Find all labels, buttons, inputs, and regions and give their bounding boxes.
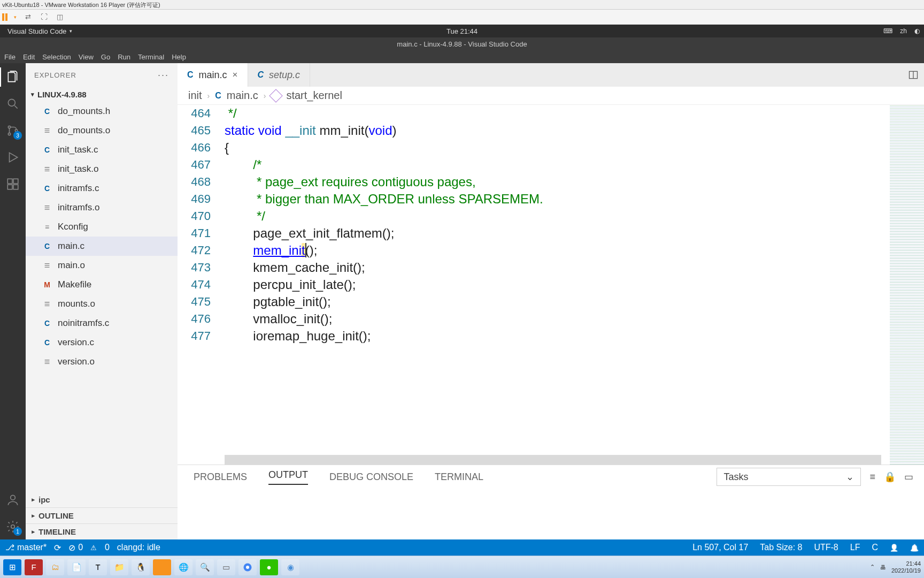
- menu-run[interactable]: Run: [118, 53, 130, 61]
- tab-size[interactable]: Tab Size: 8: [760, 543, 802, 552]
- code-line[interactable]: 473 kmem_cache_init();: [178, 259, 890, 276]
- menu-view[interactable]: View: [79, 53, 94, 61]
- file-item[interactable]: Cversion.c: [26, 333, 178, 352]
- file-item[interactable]: Cinit_task.c: [26, 140, 178, 159]
- code-line[interactable]: 470 */: [178, 208, 890, 225]
- code-editor[interactable]: 464 */465static void __init mm_init(void…: [178, 105, 924, 465]
- code-line[interactable]: 474 percpu_init_late();: [178, 276, 890, 293]
- extensions-icon[interactable]: [5, 177, 20, 192]
- pause-icon[interactable]: [2, 13, 7, 21]
- breadcrumb-part[interactable]: main.c: [227, 89, 258, 102]
- keyboard-icon[interactable]: ⌨: [883, 27, 892, 35]
- eol[interactable]: LF: [850, 543, 860, 552]
- menu-selection[interactable]: Selection: [42, 53, 71, 61]
- lock-icon[interactable]: 🔒: [884, 471, 896, 483]
- tray-up-icon[interactable]: ⌃: [870, 564, 875, 571]
- language-mode[interactable]: C: [872, 543, 878, 552]
- file-item[interactable]: ≡Kconfig: [26, 217, 178, 237]
- code-line[interactable]: 471 page_ext_init_flatmem();: [178, 225, 890, 242]
- code-line[interactable]: 468 * page_ext requires contiguous pages…: [178, 173, 890, 191]
- input-lang[interactable]: zh: [900, 27, 907, 35]
- file-item[interactable]: ≡version.o: [26, 352, 178, 371]
- code-line[interactable]: 475 pgtable_init();: [178, 293, 890, 310]
- taskbar-globe[interactable]: 🌐: [174, 559, 192, 575]
- dropdown-icon[interactable]: ▾: [14, 14, 17, 20]
- horizontal-scrollbar[interactable]: [225, 455, 881, 465]
- search-icon[interactable]: [5, 96, 20, 111]
- taskbar-vmware[interactable]: ▭: [217, 559, 235, 575]
- notifications-icon[interactable]: [910, 543, 919, 552]
- code-line[interactable]: 477 ioremap_huge_init();: [178, 328, 890, 345]
- minimap[interactable]: [890, 105, 924, 465]
- more-icon[interactable]: ···: [158, 70, 169, 81]
- code-line[interactable]: 469 * bigger than MAX_ORDER unless SPARS…: [178, 191, 890, 208]
- folder-collapsed[interactable]: ▾ ipc: [26, 491, 178, 507]
- unity-icon[interactable]: ◫: [55, 12, 65, 22]
- taskbar-folder[interactable]: 📁: [110, 559, 128, 575]
- outline-section[interactable]: ▾ OUTLINE: [26, 507, 178, 523]
- filter-icon[interactable]: ≡: [869, 471, 875, 483]
- sync-button[interactable]: [54, 543, 61, 553]
- encoding[interactable]: UTF-8: [814, 543, 838, 552]
- taskbar-file-explorer[interactable]: 🗂: [46, 559, 64, 575]
- menu-go[interactable]: Go: [101, 53, 110, 61]
- tray-printer-icon[interactable]: 🖶: [880, 564, 886, 571]
- clock[interactable]: Tue 21:44: [446, 27, 478, 35]
- taskbar-clock[interactable]: 21:44 2022/10/19: [891, 560, 921, 574]
- tab-main-c[interactable]: C main.c ×: [178, 63, 248, 87]
- problems-indicator[interactable]: 0 0: [68, 543, 110, 553]
- run-debug-icon[interactable]: [5, 150, 20, 165]
- app-name[interactable]: Visual Studio Code: [7, 27, 66, 35]
- breadcrumb[interactable]: init › C main.c › start_kernel: [178, 87, 924, 105]
- code-line[interactable]: 467 /*: [178, 156, 890, 173]
- start-button[interactable]: ⊞: [3, 559, 21, 575]
- file-item[interactable]: ≡initramfs.o: [26, 198, 178, 217]
- output-channel-select[interactable]: Tasks ⌄: [717, 468, 861, 486]
- panel-tab-output[interactable]: OUTPUT: [268, 469, 308, 485]
- close-icon[interactable]: ×: [233, 70, 238, 80]
- cursor-position[interactable]: Ln 507, Col 17: [692, 543, 748, 552]
- tab-setup-c[interactable]: C setup.c: [248, 63, 311, 87]
- explorer-icon[interactable]: [5, 70, 20, 85]
- system-menu-icon[interactable]: ◐: [914, 27, 920, 35]
- taskbar-app-1[interactable]: F: [25, 559, 43, 575]
- taskbar-chrome[interactable]: [238, 559, 257, 575]
- code-line[interactable]: 476 vmalloc_init();: [178, 310, 890, 328]
- file-item[interactable]: ≡init_task.o: [26, 159, 178, 179]
- send-ctrl-alt-del-icon[interactable]: ⇄: [23, 12, 33, 22]
- panel-tab-terminal[interactable]: TERMINAL: [435, 471, 483, 483]
- file-item[interactable]: Cinitramfs.c: [26, 179, 178, 198]
- menu-edit[interactable]: Edit: [23, 53, 35, 61]
- file-item[interactable]: ≡main.o: [26, 256, 178, 275]
- taskbar-search[interactable]: 🔍: [196, 559, 214, 575]
- file-item[interactable]: Cmain.c: [26, 237, 178, 256]
- menu-file[interactable]: File: [4, 53, 16, 61]
- file-item[interactable]: ≡do_mounts.o: [26, 121, 178, 140]
- panel-tab-debug-console[interactable]: DEBUG CONSOLE: [329, 471, 413, 483]
- accounts-icon[interactable]: [5, 492, 20, 507]
- breadcrumb-part[interactable]: init: [188, 89, 202, 102]
- file-item[interactable]: MMakefile: [26, 275, 178, 294]
- branch-indicator[interactable]: master*: [5, 543, 47, 552]
- source-control-icon[interactable]: 3: [5, 123, 20, 138]
- split-editor-icon[interactable]: [908, 70, 919, 80]
- code-line[interactable]: 465static void __init mm_init(void): [178, 122, 890, 139]
- timeline-section[interactable]: ▾ TIMELINE: [26, 523, 178, 539]
- fullscreen-icon[interactable]: ⛶: [39, 12, 49, 22]
- project-header[interactable]: ▾ LINUX-4.9.88: [26, 87, 178, 102]
- clear-icon[interactable]: ▭: [904, 471, 913, 483]
- taskbar-text[interactable]: T: [89, 559, 107, 575]
- code-line[interactable]: 472 mem_init();: [178, 242, 890, 259]
- code-line[interactable]: 464 */: [178, 105, 890, 122]
- file-item[interactable]: Cdo_mounts.h: [26, 102, 178, 121]
- menu-terminal[interactable]: Terminal: [138, 53, 164, 61]
- taskbar-notepad[interactable]: 📄: [67, 559, 86, 575]
- feedback-icon[interactable]: [890, 543, 898, 552]
- taskbar-wechat[interactable]: ●: [260, 559, 278, 575]
- taskbar-orange[interactable]: [153, 559, 171, 575]
- settings-icon[interactable]: 1: [5, 519, 20, 534]
- breadcrumb-part[interactable]: start_kernel: [286, 89, 342, 102]
- taskbar-qq[interactable]: 🐧: [132, 559, 150, 575]
- panel-tab-problems[interactable]: PROBLEMS: [194, 471, 247, 483]
- file-item[interactable]: Cnoinitramfs.c: [26, 314, 178, 333]
